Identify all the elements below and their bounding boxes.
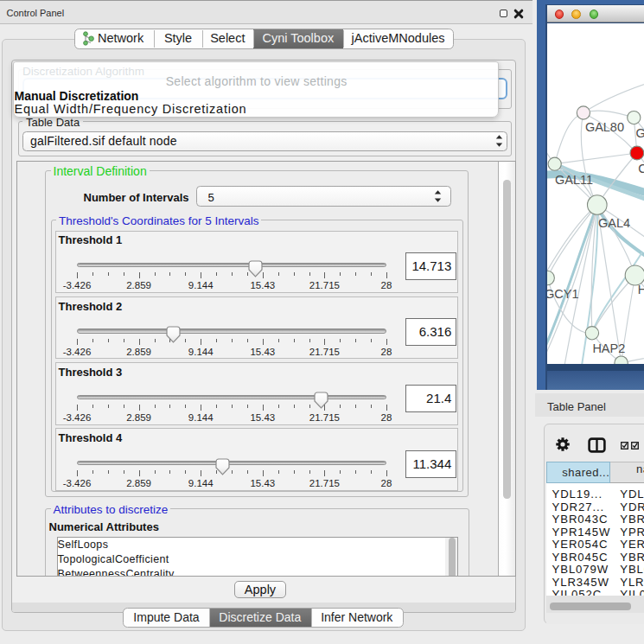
- svg-text:HAP2: HAP2: [592, 341, 625, 355]
- svg-text:GAL4: GAL4: [598, 215, 630, 229]
- svg-text:GAL11: GAL11: [555, 173, 593, 187]
- svg-text:GAL80: GAL80: [584, 120, 623, 134]
- svg-text:GCY1: GCY1: [547, 286, 578, 300]
- svg-text:GAL3: GAL3: [635, 126, 644, 140]
- svg-text:HAP: HAP: [637, 282, 644, 296]
- svg-text:CYC: CYC: [638, 162, 644, 175]
